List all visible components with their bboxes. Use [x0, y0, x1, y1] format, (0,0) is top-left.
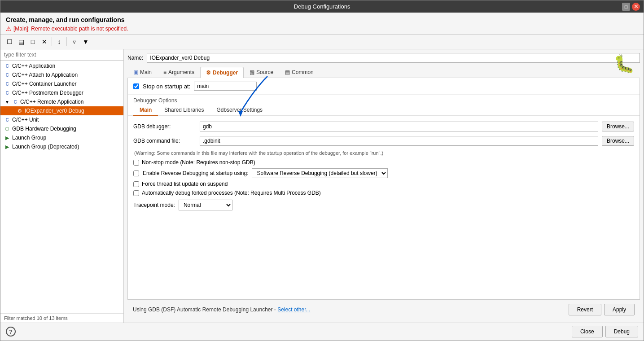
tree-item-cpp-remote[interactable]: ▼ C C/C++ Remote Application [0, 97, 123, 106]
stop-on-startup-row: Stop on startup at: [128, 78, 640, 95]
help-button[interactable]: ? [6, 327, 16, 337]
inner-tab-gdbserver[interactable]: Gdbserver Settings [210, 105, 269, 116]
cpp-postmortem-icon: C [4, 90, 10, 96]
debugger-tab-icon: ⚙ [206, 70, 211, 76]
tree-item-cpp-attach[interactable]: C C/C++ Attach to Application [0, 70, 123, 79]
toolbar: ☐ ▤ □ ✕ ↕ ▿ ▼ [0, 34, 644, 49]
gdb-command-file-row: GDB command file: Browse... [133, 136, 634, 146]
delete-button[interactable]: ✕ [39, 36, 50, 47]
right-panel: Name: ▣ Main ≡ Arguments [124, 49, 644, 323]
bottom-buttons: Revert Apply [569, 304, 635, 315]
inner-tab-shared-libs[interactable]: Shared Libraries [158, 105, 210, 116]
inner-tab-main[interactable]: Main [133, 105, 158, 116]
tabs-row: ▣ Main ≡ Arguments ⚙ Debugger ▧ [127, 66, 640, 78]
name-input[interactable] [147, 53, 640, 63]
cpp-remote-icon: C [12, 99, 18, 105]
new-config-button[interactable]: ☐ [4, 36, 15, 47]
source-tab-icon: ▧ [250, 69, 254, 75]
debug-button[interactable]: Debug [605, 326, 638, 337]
filter-input[interactable] [0, 49, 123, 61]
tracepoint-mode-row: Tracepoint mode: Normal Fast Static [133, 200, 634, 210]
collapse-all-button[interactable]: ↕ [54, 36, 65, 47]
tree-item-label: C/C++ Remote Application [20, 99, 83, 105]
tree-item-label: Launch Group [12, 135, 46, 141]
duplicate-button[interactable]: ▤ [16, 36, 26, 47]
tab-source[interactable]: ▧ Source [244, 66, 279, 78]
stop-at-input[interactable] [194, 82, 257, 91]
tree-list: C C/C++ Application C C/C++ Attach to Ap… [0, 61, 123, 313]
new-from-proto-button[interactable]: □ [27, 36, 38, 47]
close-window-button[interactable]: ✕ [632, 3, 640, 11]
content-area: C C/C++ Application C C/C++ Attach to Ap… [0, 49, 644, 323]
tree-item-label: C/C++ Unit [12, 117, 39, 123]
tree-item-gdb-hardware[interactable]: ⬡ GDB Hardware Debugging [0, 124, 123, 133]
gdb-debugger-label: GDB debugger: [133, 123, 196, 130]
force-thread-checkbox[interactable] [133, 181, 139, 187]
close-button[interactable]: Close [572, 326, 603, 337]
cpp-unit-icon: C [4, 117, 10, 123]
tab-debugger[interactable]: ⚙ Debugger [200, 67, 244, 78]
gdb-command-file-input[interactable] [200, 136, 598, 146]
args-tab-icon: ≡ [163, 69, 166, 75]
launch-group-icon: ▶ [4, 135, 10, 141]
non-stop-mode-checkbox[interactable] [133, 160, 139, 166]
auto-debug-forked-checkbox[interactable] [133, 190, 139, 196]
options-content: GDB debugger: Browse... GDB command file… [128, 116, 640, 299]
tree-item-cpp-container[interactable]: C C/C++ Container Launcher [0, 79, 123, 88]
expand-icon: ▼ [4, 99, 10, 105]
footer-buttons: Close Debug [572, 326, 638, 337]
tracepoint-mode-select[interactable]: Normal Fast Static [179, 200, 232, 210]
gdb-command-file-label: GDB command file: [133, 138, 196, 144]
filter-button[interactable]: ▿ [69, 36, 79, 47]
tree-item-label: C/C++ Postmortem Debugger [12, 90, 83, 96]
cpp-app-icon: C [4, 63, 10, 69]
tree-item-label: C/C++ Application [12, 63, 55, 69]
force-thread-label: Force thread list update on suspend [142, 181, 228, 187]
tab-common[interactable]: ▤ Common [279, 66, 320, 78]
reverse-debug-label: Enable Reverse Debugging at startup usin… [143, 170, 248, 176]
tree-item-launch-group[interactable]: ▶ Launch Group [0, 133, 123, 142]
tree-item-label: C/C++ Attach to Application [12, 72, 78, 78]
title-bar: Debug Configurations □ ✕ [0, 0, 644, 13]
apply-button[interactable]: Apply [604, 304, 635, 315]
heading: Create, manage, and run configurations [6, 16, 638, 23]
revert-button[interactable]: Revert [569, 304, 601, 315]
reverse-debug-select[interactable]: Software Reverse Debugging (detailed but… [252, 168, 388, 178]
debugger-options-label: Debugger Options [128, 95, 640, 105]
gdb-debugger-row: GDB debugger: Browse... [133, 122, 634, 131]
select-other-link[interactable]: Select other... [277, 306, 310, 313]
cpp-attach-icon: C [4, 72, 10, 78]
non-stop-mode-row: Non-stop mode (Note: Requires non-stop G… [133, 159, 634, 166]
tree-item-ioexpander[interactable]: ⚙ IOExpander_ver0 Debug [0, 106, 123, 115]
tree-item-cpp-unit[interactable]: C C/C++ Unit [0, 115, 123, 124]
maximize-button[interactable]: □ [622, 3, 630, 11]
cpp-container-icon: C [4, 81, 10, 87]
tree-item-label: GDB Hardware Debugging [12, 126, 76, 132]
tab-arguments[interactable]: ≡ Arguments [158, 66, 200, 78]
stop-on-startup-label: Stop on startup at: [143, 83, 190, 90]
view-menu-button[interactable]: ▼ [80, 36, 91, 47]
reverse-debug-row: Enable Reverse Debugging at startup usin… [133, 168, 634, 178]
window-title: Debug Configurations [294, 3, 350, 10]
debugger-options-section: Debugger Options Main Shared Libraries [128, 95, 640, 299]
top-info: Create, manage, and run configurations ⚠… [0, 13, 644, 34]
debugger-panel: Stop on startup at: Debugger Options Mai… [127, 78, 640, 300]
stop-on-startup-checkbox[interactable] [133, 83, 139, 89]
left-panel: C C/C++ Application C C/C++ Attach to Ap… [0, 49, 124, 323]
force-thread-row: Force thread list update on suspend [133, 181, 634, 187]
filter-status: Filter matched 10 of 13 items [0, 313, 123, 323]
reverse-debug-checkbox[interactable] [133, 170, 139, 176]
inner-tabs-row: Main Shared Libraries Gdbserver Settings [128, 105, 640, 116]
tree-item-cpp-application[interactable]: C C/C++ Application [0, 61, 123, 70]
tree-item-cpp-postmortem[interactable]: C C/C++ Postmortem Debugger [0, 88, 123, 97]
gdb-command-file-browse-button[interactable]: Browse... [602, 136, 634, 146]
tree-item-label: Launch Group (Deprecated) [12, 144, 79, 150]
non-stop-mode-label: Non-stop mode (Note: Requires non-stop G… [142, 159, 255, 166]
error-text: [Main]: Remote executable path is not sp… [13, 26, 128, 32]
gdb-debugger-input[interactable] [200, 122, 598, 131]
gdb-debugger-browse-button[interactable]: Browse... [602, 122, 634, 131]
tab-main[interactable]: ▣ Main [127, 66, 158, 78]
error-line: ⚠ [Main]: Remote executable path is not … [6, 25, 638, 32]
tree-item-launch-group-deprecated[interactable]: ▶ Launch Group (Deprecated) [0, 142, 123, 151]
name-label: Name: [127, 55, 143, 61]
